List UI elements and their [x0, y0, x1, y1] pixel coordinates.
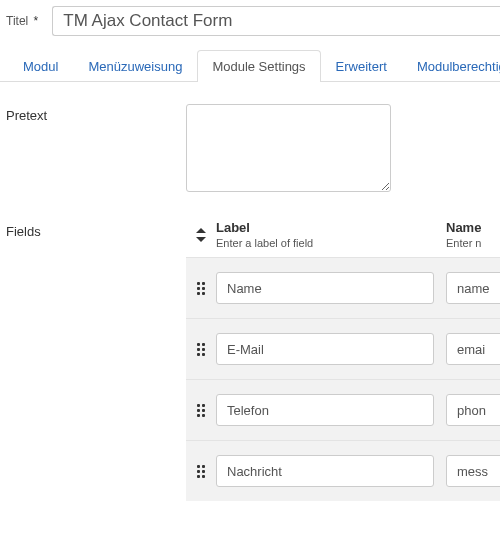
field-row	[186, 257, 500, 318]
field-label-input[interactable]	[216, 394, 434, 426]
column-name-title: Name	[446, 220, 500, 235]
drag-handle-icon[interactable]	[197, 343, 205, 356]
field-row	[186, 379, 500, 440]
field-name-input[interactable]	[446, 394, 500, 426]
field-label-input[interactable]	[216, 455, 434, 487]
column-label-title: Label	[216, 220, 446, 235]
field-name-input[interactable]	[446, 333, 500, 365]
drag-handle-icon[interactable]	[197, 282, 205, 295]
column-name-hint: Enter n	[446, 237, 500, 249]
fields-area: Label Enter a label of field Name Enter …	[186, 220, 500, 501]
title-label: Titel *	[6, 14, 38, 28]
required-star: *	[34, 14, 39, 28]
pretext-textarea[interactable]	[186, 104, 391, 192]
column-label-hint: Enter a label of field	[216, 237, 446, 249]
title-row: Titel *	[0, 0, 500, 46]
tab-modulberechtigungen[interactable]: Modulberechtigu	[402, 50, 500, 82]
field-label-input[interactable]	[216, 333, 434, 365]
fields-row: Fields Label Enter a label of field Name…	[6, 220, 500, 501]
field-row	[186, 318, 500, 379]
tab-menuzuweisung[interactable]: Menüzuweisung	[73, 50, 197, 82]
tab-erweitert[interactable]: Erweitert	[321, 50, 402, 82]
field-name-input[interactable]	[446, 455, 500, 487]
pretext-label: Pretext	[6, 104, 186, 123]
drag-handle-icon[interactable]	[197, 404, 205, 417]
tab-module-settings[interactable]: Module Settings	[197, 50, 320, 82]
field-row	[186, 440, 500, 501]
drag-handle-icon[interactable]	[197, 465, 205, 478]
field-name-input[interactable]	[446, 272, 500, 304]
tab-modul[interactable]: Modul	[8, 50, 73, 82]
sort-arrows-icon	[196, 228, 206, 242]
field-label-input[interactable]	[216, 272, 434, 304]
title-input[interactable]	[52, 6, 500, 36]
module-settings-panel: Pretext Fields Label Enter a label of fi…	[0, 82, 500, 501]
title-label-text: Titel	[6, 14, 28, 28]
pretext-row: Pretext	[6, 104, 500, 192]
fields-header: Label Enter a label of field Name Enter …	[186, 220, 500, 257]
sort-column-header[interactable]	[186, 220, 216, 242]
fields-label: Fields	[6, 220, 186, 239]
tabs: Modul Menüzuweisung Module Settings Erwe…	[0, 50, 500, 82]
